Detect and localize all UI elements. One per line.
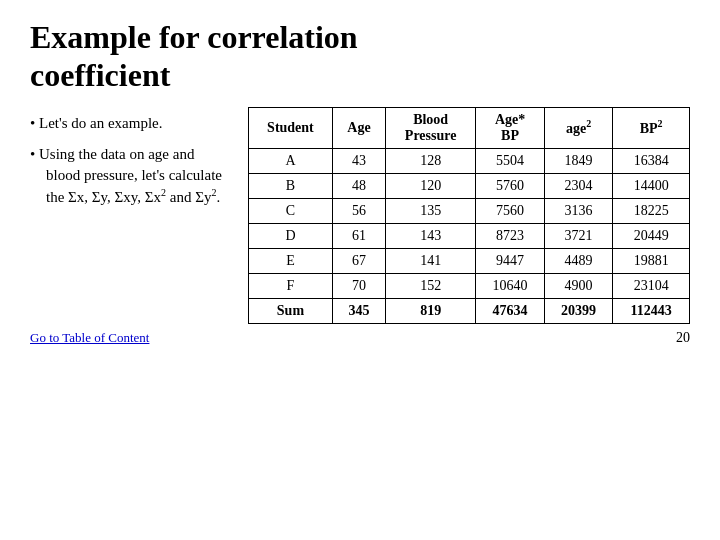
col-header-bp: BloodPressure xyxy=(385,107,475,148)
cell-r2-c4: 3136 xyxy=(544,198,612,223)
cell-r2-c1: 56 xyxy=(332,198,385,223)
cell-r5-c2: 152 xyxy=(385,273,475,298)
page-title: Example for correlation coefficient xyxy=(30,18,690,95)
cell-r1-c2: 120 xyxy=(385,173,475,198)
data-table: Student Age BloodPressure Age*BP age2 BP… xyxy=(248,107,690,324)
sum-row: Sum 345 819 47634 20399 112443 xyxy=(249,298,690,323)
main-content: Let's do an example. Using the data on a… xyxy=(0,103,720,324)
cell-r4-c0: E xyxy=(249,248,333,273)
cell-r1-c3: 5760 xyxy=(476,173,544,198)
col-header-agebp: Age*BP xyxy=(476,107,544,148)
table-row: A431285504184916384 xyxy=(249,148,690,173)
col-header-bp2: BP2 xyxy=(613,107,690,148)
cell-r0-c4: 1849 xyxy=(544,148,612,173)
cell-r3-c0: D xyxy=(249,223,333,248)
bullet-item-2: Using the data on age and blood pressure… xyxy=(30,144,230,208)
cell-r4-c5: 19881 xyxy=(613,248,690,273)
cell-r1-c4: 2304 xyxy=(544,173,612,198)
bullet-section: Let's do an example. Using the data on a… xyxy=(30,107,230,324)
cell-r5-c3: 10640 xyxy=(476,273,544,298)
page-number: 20 xyxy=(676,330,690,346)
cell-r3-c4: 3721 xyxy=(544,223,612,248)
title-line2: coefficient xyxy=(30,57,170,93)
toc-link[interactable]: Go to Table of Content xyxy=(30,330,149,346)
cell-r3-c1: 61 xyxy=(332,223,385,248)
sum-bp2: 112443 xyxy=(613,298,690,323)
table-row: D611438723372120449 xyxy=(249,223,690,248)
cell-r4-c3: 9447 xyxy=(476,248,544,273)
title-line1: Example for correlation xyxy=(30,19,358,55)
sum-label: Sum xyxy=(249,298,333,323)
sum-age: 345 xyxy=(332,298,385,323)
cell-r3-c5: 20449 xyxy=(613,223,690,248)
cell-r5-c4: 4900 xyxy=(544,273,612,298)
cell-r1-c5: 14400 xyxy=(613,173,690,198)
cell-r3-c3: 8723 xyxy=(476,223,544,248)
cell-r4-c1: 67 xyxy=(332,248,385,273)
cell-r5-c0: F xyxy=(249,273,333,298)
sum-agebp: 47634 xyxy=(476,298,544,323)
cell-r4-c2: 141 xyxy=(385,248,475,273)
cell-r0-c1: 43 xyxy=(332,148,385,173)
table-row: C561357560313618225 xyxy=(249,198,690,223)
table-row: E671419447448919881 xyxy=(249,248,690,273)
cell-r2-c3: 7560 xyxy=(476,198,544,223)
cell-r5-c5: 23104 xyxy=(613,273,690,298)
title-area: Example for correlation coefficient xyxy=(0,0,720,103)
cell-r0-c2: 128 xyxy=(385,148,475,173)
table-section: Student Age BloodPressure Age*BP age2 BP… xyxy=(248,107,690,324)
cell-r1-c0: B xyxy=(249,173,333,198)
cell-r0-c5: 16384 xyxy=(613,148,690,173)
table-row: B481205760230414400 xyxy=(249,173,690,198)
cell-r2-c0: C xyxy=(249,198,333,223)
sum-age2: 20399 xyxy=(544,298,612,323)
col-header-student: Student xyxy=(249,107,333,148)
col-header-age: Age xyxy=(332,107,385,148)
cell-r3-c2: 143 xyxy=(385,223,475,248)
cell-r2-c5: 18225 xyxy=(613,198,690,223)
footer-bar: Go to Table of Content 20 xyxy=(0,324,720,346)
bullet-item-1: Let's do an example. xyxy=(30,113,230,134)
sum-bp: 819 xyxy=(385,298,475,323)
cell-r5-c1: 70 xyxy=(332,273,385,298)
cell-r0-c3: 5504 xyxy=(476,148,544,173)
cell-r1-c1: 48 xyxy=(332,173,385,198)
cell-r4-c4: 4489 xyxy=(544,248,612,273)
cell-r2-c2: 135 xyxy=(385,198,475,223)
col-header-age2: age2 xyxy=(544,107,612,148)
cell-r0-c0: A xyxy=(249,148,333,173)
table-row: F7015210640490023104 xyxy=(249,273,690,298)
